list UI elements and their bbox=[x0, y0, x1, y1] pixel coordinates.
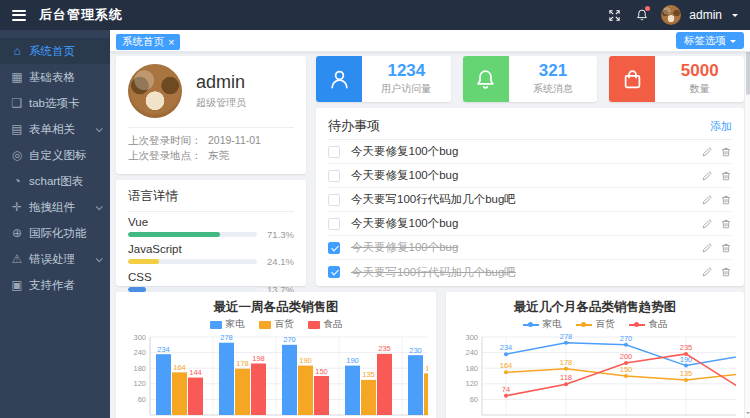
stat-card: 321系统消息 bbox=[463, 56, 598, 102]
todo-text: 今天要修复100个bug bbox=[351, 144, 701, 159]
sidebar-item-基础表格[interactable]: ▦基础表格 bbox=[0, 64, 110, 90]
scrollbar[interactable] bbox=[744, 30, 750, 418]
legend-item[interactable]: 家电 bbox=[523, 318, 562, 331]
edit-icon[interactable] bbox=[701, 266, 713, 278]
legend-item[interactable]: 百货 bbox=[259, 318, 294, 331]
edit-icon[interactable] bbox=[701, 170, 713, 182]
stat-card: 5000数量 bbox=[609, 56, 744, 102]
delete-icon[interactable] bbox=[720, 194, 732, 206]
todo-checkbox[interactable] bbox=[328, 194, 340, 206]
todo-add-link[interactable]: 添加 bbox=[710, 119, 732, 134]
sidebar-item-表单相关[interactable]: ▤表单相关 bbox=[0, 116, 110, 142]
tabbar: 系统首页 标签选项 bbox=[110, 30, 750, 52]
progress-bar bbox=[128, 232, 257, 237]
edit-icon[interactable] bbox=[701, 242, 713, 254]
tag-options-button[interactable]: 标签选项 bbox=[676, 32, 744, 49]
stat-card: 1234用户访问量 bbox=[316, 56, 451, 102]
progress-fill bbox=[128, 287, 146, 292]
todo-checkbox[interactable] bbox=[328, 146, 340, 158]
sidebar-item-拖拽组件[interactable]: ✛拖拽组件 bbox=[0, 194, 110, 220]
svg-text:164: 164 bbox=[173, 363, 186, 372]
language-detail-card: 语言详情 Vue71.3%JavaScript24.1%CSS13.7%HTML… bbox=[116, 180, 306, 286]
svg-text:270: 270 bbox=[283, 335, 296, 344]
divider bbox=[128, 127, 294, 128]
stats-row: 1234用户访问量321系统消息5000数量 bbox=[316, 56, 744, 102]
username[interactable]: admin bbox=[689, 8, 722, 22]
close-icon[interactable] bbox=[168, 36, 174, 48]
legend-swatch bbox=[210, 321, 222, 329]
legend-item[interactable]: 家电 bbox=[210, 318, 245, 331]
svg-text:60: 60 bbox=[138, 395, 146, 404]
avatar[interactable] bbox=[661, 5, 681, 25]
svg-text:180: 180 bbox=[133, 364, 146, 373]
legend-item[interactable]: 百货 bbox=[576, 318, 615, 331]
sidebar-item-tab选项卡[interactable]: ❑tab选项卡 bbox=[0, 90, 110, 116]
sidebar-item-错误处理[interactable]: ⚠错误处理 bbox=[0, 246, 110, 272]
delete-icon[interactable] bbox=[720, 170, 732, 182]
profile-info: 上次登录时间：2019-11-01上次登录地点：东莞 bbox=[128, 133, 294, 163]
svg-text:118: 118 bbox=[560, 373, 572, 382]
language-name: JavaScript bbox=[128, 243, 294, 256]
todo-item: 今天要修复100个bug bbox=[328, 212, 732, 236]
profile-role: 超级管理员 bbox=[196, 96, 246, 110]
language-row: CSS13.7% bbox=[128, 271, 294, 295]
legend-label: 百货 bbox=[275, 318, 294, 331]
delete-icon[interactable] bbox=[720, 242, 732, 254]
delete-icon[interactable] bbox=[720, 218, 732, 230]
profile-info-row: 上次登录时间：2019-11-01 bbox=[128, 133, 294, 148]
bell-icon[interactable] bbox=[633, 6, 651, 24]
legend-swatch bbox=[308, 321, 320, 329]
bar-chart-legend: 家电百货食品 bbox=[124, 317, 428, 332]
delete-icon[interactable] bbox=[720, 146, 732, 158]
profile-name: admin bbox=[196, 72, 246, 93]
sidebar-item-label: 基础表格 bbox=[29, 70, 75, 85]
stat-label: 系统消息 bbox=[533, 82, 573, 96]
todo-text: 今天要修复100个bug bbox=[351, 216, 701, 231]
edit-icon[interactable] bbox=[701, 146, 713, 158]
sidebar-item-label: 支持作者 bbox=[29, 278, 75, 293]
todo-text: 今天要写100行代码加几个bug吧 bbox=[351, 192, 701, 207]
svg-text:135: 135 bbox=[680, 369, 693, 378]
legend-label: 百货 bbox=[596, 318, 615, 331]
sidebar-item-国际化功能[interactable]: ⊕国际化功能 bbox=[0, 220, 110, 246]
sidebar-item-label: 系统首页 bbox=[29, 44, 75, 59]
edit-icon[interactable] bbox=[701, 194, 713, 206]
delete-icon[interactable] bbox=[720, 266, 732, 278]
svg-text:135: 135 bbox=[362, 370, 375, 379]
sidebar-item-自定义图标[interactable]: ◎自定义图标 bbox=[0, 142, 110, 168]
sidebar-item-支持作者[interactable]: ▣支持作者 bbox=[0, 272, 110, 298]
fullscreen-icon[interactable] bbox=[605, 6, 623, 24]
info-value: 东莞 bbox=[208, 148, 229, 163]
edit-icon[interactable] bbox=[701, 218, 713, 230]
todo-checkbox[interactable] bbox=[328, 242, 340, 254]
language-row: JavaScript24.1% bbox=[128, 243, 294, 267]
progress-bar bbox=[128, 287, 257, 292]
donate-icon: ▣ bbox=[9, 278, 25, 292]
legend-item[interactable]: 食品 bbox=[308, 318, 343, 331]
bar-chart-title: 最近一周各品类销售图 bbox=[124, 298, 428, 317]
tab-系统首页[interactable]: 系统首页 bbox=[116, 34, 180, 50]
svg-text:234: 234 bbox=[500, 343, 513, 352]
svg-text:120: 120 bbox=[465, 379, 478, 388]
svg-text:240: 240 bbox=[133, 348, 146, 357]
todo-item: 今天要修复100个bug bbox=[328, 236, 732, 260]
todo-checkbox[interactable] bbox=[328, 218, 340, 230]
sidebar-item-系统首页[interactable]: ⌂系统首页 bbox=[0, 38, 110, 64]
drag-icon: ✛ bbox=[9, 200, 25, 214]
todo-checkbox[interactable] bbox=[328, 266, 340, 278]
legend-label: 食品 bbox=[649, 318, 668, 331]
info-value: 2019-11-01 bbox=[208, 133, 261, 148]
todo-checkbox[interactable] bbox=[328, 170, 340, 182]
tag-options-label: 标签选项 bbox=[684, 34, 726, 48]
content: admin 超级管理员 上次登录时间：2019-11-01上次登录地点：东莞 语… bbox=[110, 52, 750, 418]
sidebar-item-label: 拖拽组件 bbox=[29, 200, 75, 215]
menu-toggle-icon[interactable] bbox=[12, 10, 26, 21]
table-icon: ▦ bbox=[9, 70, 25, 84]
info-label: 上次登录地点： bbox=[128, 148, 208, 163]
sidebar-item-schart图表[interactable]: ◔schart图表 bbox=[0, 168, 110, 194]
svg-text:190: 190 bbox=[299, 356, 312, 365]
sidebar-item-label: 国际化功能 bbox=[29, 226, 87, 241]
scrollbar-down-arrow[interactable] bbox=[746, 412, 750, 416]
todo-title: 待办事项 bbox=[328, 117, 380, 135]
legend-item[interactable]: 食品 bbox=[629, 318, 668, 331]
